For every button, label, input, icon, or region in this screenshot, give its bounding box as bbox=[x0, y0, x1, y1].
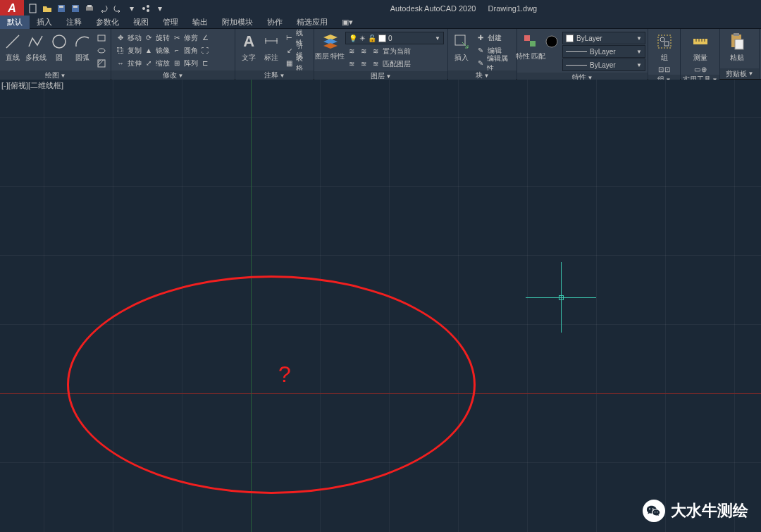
svg-rect-35 bbox=[735, 39, 743, 49]
svg-line-15 bbox=[98, 60, 101, 63]
svg-point-8 bbox=[147, 5, 149, 8]
ellipse-icon[interactable] bbox=[95, 44, 108, 56]
qat-redo-icon[interactable] bbox=[111, 2, 124, 15]
svg-line-16 bbox=[98, 60, 104, 66]
array-icon[interactable]: ⊞ bbox=[172, 58, 182, 68]
tab-manage[interactable]: 管理 bbox=[156, 16, 185, 29]
tab-featured[interactable]: 精选应用 bbox=[290, 16, 335, 29]
svg-point-11 bbox=[53, 35, 66, 48]
svg-rect-4 bbox=[73, 6, 78, 8]
tab-annotate[interactable]: 注释 bbox=[59, 16, 89, 29]
table-icon: ▦ bbox=[285, 58, 294, 68]
tab-parametric[interactable]: 参数化 bbox=[89, 16, 126, 29]
dimension-button[interactable]: 标注 bbox=[262, 30, 280, 63]
tab-view[interactable]: 视图 bbox=[126, 16, 156, 29]
qat-plot-icon[interactable] bbox=[83, 2, 96, 15]
table-button[interactable]: ▦表格 bbox=[283, 57, 311, 69]
edit-attr-button[interactable]: ✎编辑属性 bbox=[474, 57, 514, 69]
group-sub2-icon[interactable]: ⊡ bbox=[664, 66, 670, 73]
color-combo[interactable]: ByLayer▼ bbox=[562, 32, 645, 44]
panel-modify-title[interactable]: 修改▼ bbox=[111, 70, 235, 80]
match-layer-button[interactable]: ≋≋≋匹配图层 bbox=[345, 58, 445, 70]
tab-insert[interactable]: 插入 bbox=[30, 16, 59, 29]
util2-icon[interactable]: ⊕ bbox=[701, 66, 707, 73]
measure-button[interactable]: 测量 bbox=[690, 30, 711, 63]
svg-rect-2 bbox=[59, 6, 63, 8]
svg-rect-0 bbox=[30, 4, 36, 13]
copy-icon[interactable]: ⿻ bbox=[116, 46, 125, 56]
explode-icon[interactable]: ⛶ bbox=[200, 46, 210, 56]
lineweight-combo[interactable]: ByLayer▼ bbox=[562, 45, 645, 58]
bulb-icon: 💡 bbox=[349, 35, 357, 42]
qat-open-icon[interactable] bbox=[41, 2, 54, 15]
qat-undo-icon[interactable] bbox=[97, 2, 110, 15]
group-sub1-icon[interactable]: ⊡ bbox=[658, 66, 664, 73]
layers2-icon: ≋ bbox=[347, 59, 357, 69]
tab-default[interactable]: 默认 bbox=[0, 16, 30, 29]
measure-icon bbox=[691, 32, 710, 51]
make-current-button[interactable]: ≋≋≋置为当前 bbox=[345, 45, 445, 57]
tab-collab[interactable]: 协作 bbox=[260, 16, 290, 29]
viewport-label[interactable]: [-][俯视][二维线框] bbox=[1, 80, 63, 91]
annotation-ellipse bbox=[67, 276, 476, 494]
layer-props-button[interactable]: 图层 特性 bbox=[317, 30, 342, 60]
hatch-icon[interactable] bbox=[95, 57, 108, 69]
linetype-combo[interactable]: ByLayer▼ bbox=[562, 58, 645, 71]
qat-dropdown-icon[interactable]: ▾ bbox=[125, 2, 138, 15]
ribbon-tabs: 默认 插入 注释 参数化 视图 管理 输出 附加模块 协作 精选应用 ▣▾ bbox=[0, 16, 761, 29]
match-props-button[interactable]: 特性 匹配 bbox=[520, 30, 541, 60]
scale-icon[interactable]: ⤢ bbox=[144, 58, 154, 68]
qat-share-icon[interactable] bbox=[140, 2, 152, 15]
match-icon bbox=[521, 32, 540, 51]
trim-icon[interactable]: ✂ bbox=[172, 33, 182, 43]
create-block-button[interactable]: ✚创建 bbox=[474, 32, 514, 44]
erase-icon[interactable]: ∠ bbox=[200, 33, 210, 43]
stretch-icon[interactable]: ↔ bbox=[116, 58, 125, 68]
annotation-question: ? bbox=[278, 361, 291, 388]
text-button[interactable]: A 文字 bbox=[238, 30, 259, 63]
sun-icon: ☀ bbox=[359, 35, 366, 42]
qat-new-icon[interactable] bbox=[27, 2, 39, 15]
color-wheel-button[interactable] bbox=[544, 30, 559, 51]
svg-line-10 bbox=[6, 35, 19, 48]
svg-point-13 bbox=[98, 49, 105, 53]
util1-icon[interactable]: ▭ bbox=[694, 66, 700, 73]
panel-blocks-title[interactable]: 块▼ bbox=[448, 70, 516, 80]
line-button[interactable]: 直线 bbox=[3, 30, 23, 63]
qat-saveas-icon[interactable] bbox=[69, 2, 82, 15]
tab-output[interactable]: 输出 bbox=[185, 16, 215, 29]
wechat-icon bbox=[643, 500, 665, 522]
offset-icon[interactable]: ⊏ bbox=[200, 58, 210, 68]
panel-draw: 直线 多段线 圆 圆弧 绘图▼ bbox=[0, 29, 111, 79]
dimension-icon bbox=[262, 32, 280, 51]
app-logo: A bbox=[0, 0, 24, 16]
rotate-icon[interactable]: ⟳ bbox=[144, 33, 154, 43]
tab-express-icon[interactable]: ▣▾ bbox=[335, 16, 360, 28]
fillet-icon[interactable]: ⌐ bbox=[172, 46, 182, 56]
edit-icon: ✎ bbox=[476, 46, 485, 56]
colorwheel-icon bbox=[543, 32, 561, 51]
qat-overflow-icon[interactable]: ▾ bbox=[154, 2, 166, 15]
paste-button[interactable]: 粘贴 bbox=[723, 30, 751, 63]
svg-rect-22 bbox=[530, 41, 536, 47]
panel-clipboard: 粘贴 剪贴板▼ bbox=[720, 29, 760, 79]
panel-draw-title[interactable]: 绘图▼ bbox=[0, 70, 111, 80]
drawing-canvas[interactable]: [-][俯视][二维线框] ? 大水牛测绘 bbox=[0, 80, 761, 532]
move-icon[interactable]: ✥ bbox=[116, 33, 125, 43]
mirror-icon[interactable]: ▲ bbox=[144, 46, 154, 56]
polyline-button[interactable]: 多段线 bbox=[25, 30, 47, 63]
quick-access-toolbar: ▾ ▾ bbox=[27, 2, 166, 15]
tab-addins[interactable]: 附加模块 bbox=[215, 16, 260, 29]
circle-button[interactable]: 圆 bbox=[49, 30, 69, 63]
layer-props-icon bbox=[321, 32, 339, 51]
insert-button[interactable]: 插入 bbox=[451, 30, 471, 63]
panel-clip-title[interactable]: 剪贴板▼ bbox=[720, 68, 759, 79]
panel-modify: ✥移动 ⟳旋转 ✂修剪 ∠ ⿻复制 ▲镜像 ⌐圆角 ⛶ ↔拉伸 ⤢缩放 ⊞阵列 … bbox=[111, 29, 235, 79]
panel-annot-title[interactable]: 注释▼ bbox=[235, 70, 314, 80]
layer-combo[interactable]: 💡 ☀ 🔓 0 ▼ bbox=[345, 32, 444, 44]
group-button[interactable]: 组 bbox=[655, 30, 674, 63]
qat-save-icon[interactable] bbox=[55, 2, 68, 15]
rect-icon[interactable] bbox=[95, 32, 108, 44]
panel-layers: 图层 特性 💡 ☀ 🔓 0 ▼ ≋≋≋置为当前 ≋≋≋匹配图层 图层▼ bbox=[314, 29, 448, 79]
arc-button[interactable]: 圆弧 bbox=[73, 30, 92, 63]
